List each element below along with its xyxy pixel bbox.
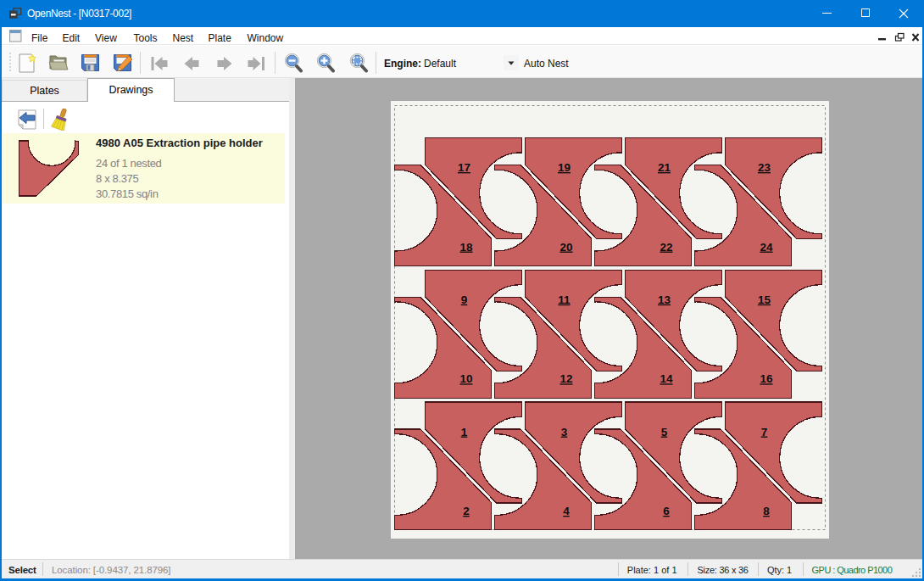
svg-text:22: 22 <box>660 241 672 254</box>
svg-text:2: 2 <box>463 505 470 517</box>
svg-text:19: 19 <box>558 161 571 174</box>
svg-text:13: 13 <box>658 293 671 306</box>
svg-text:10: 10 <box>459 372 472 385</box>
svg-text:15: 15 <box>758 293 771 306</box>
svg-text:18: 18 <box>459 241 473 254</box>
svg-text:11: 11 <box>558 293 571 306</box>
svg-text:16: 16 <box>760 372 773 385</box>
svg-text:17: 17 <box>458 161 470 174</box>
svg-text:9: 9 <box>461 293 468 306</box>
svg-text:3: 3 <box>561 426 568 439</box>
svg-text:14: 14 <box>660 372 673 385</box>
svg-text:20: 20 <box>559 241 572 254</box>
svg-text:6: 6 <box>663 505 670 517</box>
svg-text:21: 21 <box>658 161 671 174</box>
svg-text:23: 23 <box>758 161 771 174</box>
svg-text:4: 4 <box>563 505 570 517</box>
svg-text:12: 12 <box>559 372 572 385</box>
svg-text:7: 7 <box>761 426 768 439</box>
svg-text:1: 1 <box>461 426 468 439</box>
svg-text:8: 8 <box>763 505 770 517</box>
svg-text:24: 24 <box>760 241 773 254</box>
svg-text:5: 5 <box>661 426 668 439</box>
